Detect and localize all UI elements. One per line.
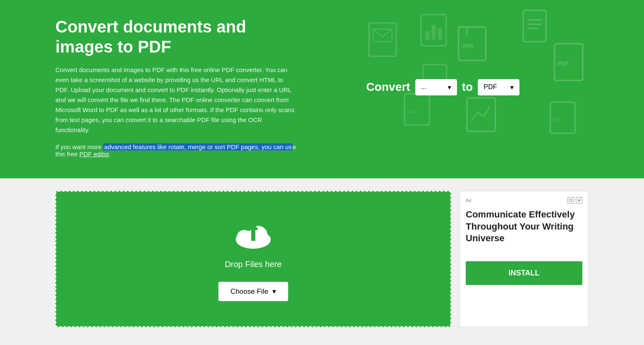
convert-from-select[interactable]: ... ▾ (415, 79, 457, 95)
ad-install-button[interactable]: INSTALL (466, 261, 582, 285)
choose-file-button[interactable]: Choose File ▾ (218, 282, 288, 301)
hero-extra-text: If you want more advanced features like … (55, 143, 297, 158)
ad-text: Ad (466, 198, 471, 203)
ad-label-row: Ad □ × (466, 197, 582, 204)
hero-right: Convert ... ▾ to PDF ▾ (297, 79, 589, 95)
hero-extra-prefix: If you want more (55, 143, 103, 150)
hero-extra-highlight: advanced features like rotate, merge or … (103, 143, 292, 150)
main-content: Drop Files here Choose File ▾ Ad □ × Com… (30, 178, 614, 340)
svg-point-22 (237, 230, 252, 245)
hero-extra-end: . (109, 150, 110, 158)
pdf-editor-link[interactable]: PDF editor (80, 150, 109, 158)
ad-title: Communicate Effectively Throughout Your … (466, 209, 582, 245)
from-chevron-icon: ▾ (448, 83, 451, 91)
convert-to-label: to (462, 80, 473, 94)
hero-title: Convert documents and images to PDF (55, 17, 297, 57)
upload-drop-zone[interactable]: Drop Files here Choose File ▾ (55, 191, 451, 327)
ad-panel: Ad □ × Communicate Effectively Throughou… (459, 191, 589, 327)
drop-files-text: Drop Files here (225, 260, 282, 269)
hero-description: Convert documents and images to PDF with… (55, 65, 297, 135)
convert-to-value: PDF (484, 83, 497, 91)
convert-from-value: ... (421, 83, 427, 91)
to-chevron-icon: ▾ (510, 83, 514, 91)
choose-file-label: Choose File (230, 288, 268, 296)
hero-section: JPG PDF CSV (0, 0, 644, 178)
ad-close-button[interactable]: × (576, 197, 582, 204)
ad-controls: □ × (567, 197, 582, 204)
convert-to-select[interactable]: PDF ▾ (478, 79, 519, 95)
ad-resize-button[interactable]: □ (567, 197, 574, 204)
convert-bar: Convert ... ▾ to PDF ▾ (366, 79, 519, 95)
upload-cloud-icon (232, 217, 274, 254)
hero-text-area: Convert documents and images to PDF Conv… (55, 17, 297, 158)
convert-label: Convert (366, 80, 410, 94)
choose-file-chevron: ▾ (272, 287, 276, 296)
